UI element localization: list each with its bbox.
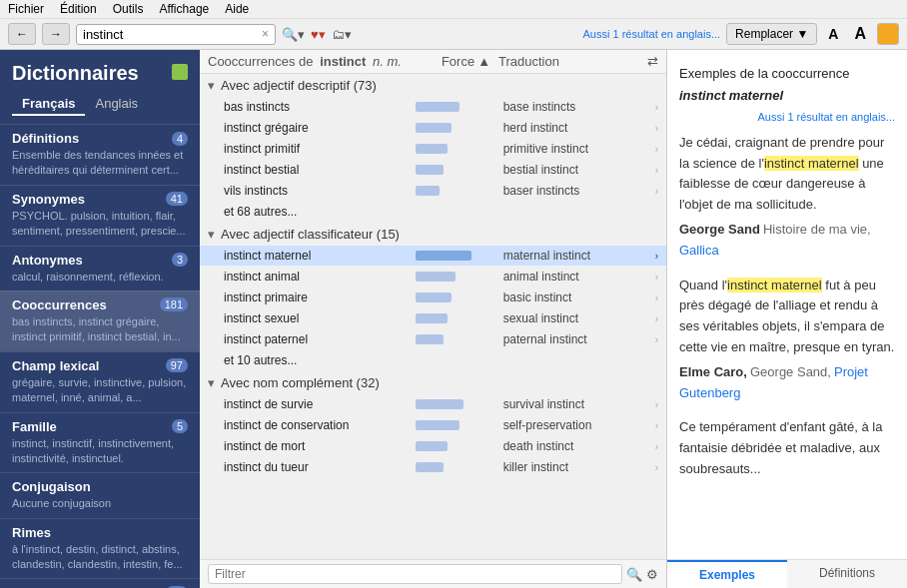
filter-search-icon[interactable]: 🔍 xyxy=(626,567,642,582)
search-input[interactable] xyxy=(83,27,258,42)
list-item[interactable]: instinct paternel paternal instinct › xyxy=(200,329,666,350)
highlight-1: instinct maternel xyxy=(764,156,859,171)
entries-list: ▾ Avec adjectif descriptif (73) bas inst… xyxy=(200,74,666,559)
middle-panel: Cooccurrences de instinct n. m. Force ▲ … xyxy=(200,50,667,588)
chevron-right-icon: › xyxy=(655,399,658,410)
color-swatch[interactable] xyxy=(877,23,899,45)
back-button[interactable]: ← xyxy=(8,23,36,45)
list-item-more[interactable]: et 68 autres... xyxy=(200,202,666,223)
forward-button[interactable]: → xyxy=(42,23,70,45)
list-item[interactable]: vils instincts baser instincts › xyxy=(200,181,666,202)
history-icon[interactable]: 🗂▾ xyxy=(332,27,352,42)
chevron-right-icon: › xyxy=(655,313,658,324)
list-item[interactable]: instinct animal animal instinct › xyxy=(200,267,666,288)
chevron-right-icon: › xyxy=(655,420,658,431)
main-content: Dictionnaires Français Anglais Définitio… xyxy=(0,50,907,588)
menu-fichier[interactable]: Fichier xyxy=(8,2,44,16)
font-large-button[interactable]: A xyxy=(849,23,871,45)
menu-affichage[interactable]: Affichage xyxy=(159,2,209,16)
sidebar-title: Dictionnaires xyxy=(12,62,139,84)
sidebar-header: Dictionnaires xyxy=(0,50,200,93)
list-item[interactable]: instinct de conservation self-preservati… xyxy=(200,415,666,436)
menu-aide[interactable]: Aide xyxy=(225,2,249,16)
force-bar xyxy=(416,123,452,133)
chevron-right-icon: › xyxy=(655,462,658,473)
force-column-header[interactable]: Force ▲ xyxy=(442,54,490,69)
list-item[interactable]: instinct de survie survival instinct › xyxy=(200,394,666,415)
sidebar-item-cooccurrences[interactable]: Cooccurrences 181 bas instincts, instinc… xyxy=(0,291,200,351)
sidebar-item-rimes[interactable]: Rimes à l'instinct, destin, distinct, ab… xyxy=(0,518,200,579)
group-title-descriptif[interactable]: ▾ Avec adjectif descriptif (73) xyxy=(200,74,666,97)
group-adjectif-descriptif: ▾ Avec adjectif descriptif (73) bas inst… xyxy=(200,74,666,223)
search-icon[interactable]: 🔍▾ xyxy=(282,27,305,42)
toolbar-right: Aussi 1 résultat en anglais... Remplacer… xyxy=(583,23,900,45)
tab-definitions[interactable]: Définitions xyxy=(787,560,907,588)
chevron-right-icon: › xyxy=(655,293,658,303)
toolbar: ← → × 🔍▾ ♥▾ 🗂▾ Aussi 1 résultat en angla… xyxy=(0,19,907,50)
sidebar: Dictionnaires Français Anglais Définitio… xyxy=(0,50,200,588)
translation-column-header: Traduction ⇄ xyxy=(498,54,658,69)
filter-settings-icon[interactable]: ⚙ xyxy=(646,567,658,582)
excerpt-source-2: Elme Caro, George Sand, Projet Gutenberg xyxy=(679,362,895,404)
english-hint[interactable]: Aussi 1 résultat en anglais... xyxy=(583,28,721,40)
chevron-right-icon: › xyxy=(655,186,658,197)
force-bar xyxy=(416,102,459,112)
list-item[interactable]: instinct sexuel sexual instinct › xyxy=(200,308,666,329)
highlight-2: instinct maternel xyxy=(727,278,822,293)
list-item[interactable]: instinct grégaire herd instinct › xyxy=(200,118,666,139)
group-adjectif-classificateur: ▾ Avec adjectif classificateur (15) inst… xyxy=(200,223,666,371)
list-item[interactable]: instinct maternel maternal instinct › xyxy=(200,246,666,267)
tab-exemples[interactable]: Exemples xyxy=(667,560,787,588)
list-item[interactable]: instinct bestial bestial instinct › xyxy=(200,160,666,181)
list-item[interactable]: instinct primitif primitive instinct › xyxy=(200,139,666,160)
group-nom-complement: ▾ Avec nom complément (32) instinct de s… xyxy=(200,371,666,478)
chevron-right-icon: › xyxy=(655,334,658,345)
sidebar-item-definitions[interactable]: Définitions 4 Ensemble des tendances inn… xyxy=(0,124,200,185)
middle-header: Cooccurrences de instinct n. m. Force ▲ … xyxy=(200,50,666,74)
force-bar xyxy=(416,441,448,451)
sidebar-item-citations[interactable]: Citations 15 Cet instinct de destruction… xyxy=(0,578,200,588)
favorite-icon[interactable]: ♥▾ xyxy=(311,27,326,42)
list-item[interactable]: bas instincts base instincts › xyxy=(200,97,666,118)
list-item[interactable]: instinct primaire basic instinct › xyxy=(200,288,666,308)
force-bar xyxy=(416,462,444,472)
clear-icon[interactable]: × xyxy=(262,27,269,41)
sidebar-item-champ-lexical[interactable]: Champ lexical 97 grégaire, survie, insti… xyxy=(0,351,200,412)
sidebar-item-antonymes[interactable]: Antonymes 3 calcul, raisonnement, réflex… xyxy=(0,246,200,291)
replace-button[interactable]: Remplacer ▼ xyxy=(726,23,817,45)
group-title-classificateur[interactable]: ▾ Avec adjectif classificateur (15) xyxy=(200,223,666,246)
force-bar xyxy=(416,272,455,282)
english-result-hint[interactable]: Aussi 1 résultat en anglais... xyxy=(679,111,895,123)
font-small-button[interactable]: A xyxy=(823,24,843,44)
list-item[interactable]: instinct du tueur killer instinct › xyxy=(200,457,666,478)
menu-edition[interactable]: Édition xyxy=(60,2,97,16)
excerpt-3: Ce tempérament d'enfant gâté, à la fanta… xyxy=(679,417,895,479)
filter-bar: 🔍 ⚙ xyxy=(200,559,666,588)
sidebar-item-conjugaison[interactable]: Conjugaison Aucune conjugaison xyxy=(0,472,200,517)
menubar: Fichier Édition Outils Affichage Aide xyxy=(0,0,907,19)
chevron-right-icon: › xyxy=(655,165,658,176)
tab-anglais[interactable]: Anglais xyxy=(85,93,148,116)
sidebar-item-synonymes[interactable]: Synonymes 41 PSYCHOL. pulsion, intuition… xyxy=(0,185,200,246)
force-bar xyxy=(416,251,471,261)
right-panel: Exemples de la cooccurrence instinct mat… xyxy=(667,50,907,588)
force-bar xyxy=(416,165,444,175)
swap-icon[interactable]: ⇄ xyxy=(647,54,658,69)
chevron-down-icon: ▾ xyxy=(208,78,215,93)
filter-input[interactable] xyxy=(208,564,622,584)
chevron-right-icon: › xyxy=(655,144,658,155)
list-item[interactable]: instinct de mort death instinct › xyxy=(200,436,666,457)
group-title-complement[interactable]: ▾ Avec nom complément (32) xyxy=(200,371,666,394)
list-item-more[interactable]: et 10 autres... xyxy=(200,350,666,371)
right-panel-title: Exemples de la cooccurrence instinct mat… xyxy=(679,62,895,107)
chevron-down-icon: ▾ xyxy=(208,375,215,390)
force-bar xyxy=(416,313,448,323)
chevron-right-icon: › xyxy=(655,102,658,113)
sidebar-item-famille[interactable]: Famille 5 instinct, instinctif, instinct… xyxy=(0,412,200,473)
chevron-right-icon: › xyxy=(655,251,658,262)
tab-francais[interactable]: Français xyxy=(12,93,85,116)
force-bar xyxy=(416,293,452,302)
excerpt-link-1[interactable]: Gallica xyxy=(679,243,719,258)
menu-outils[interactable]: Outils xyxy=(113,2,144,16)
sidebar-badge xyxy=(172,64,188,80)
